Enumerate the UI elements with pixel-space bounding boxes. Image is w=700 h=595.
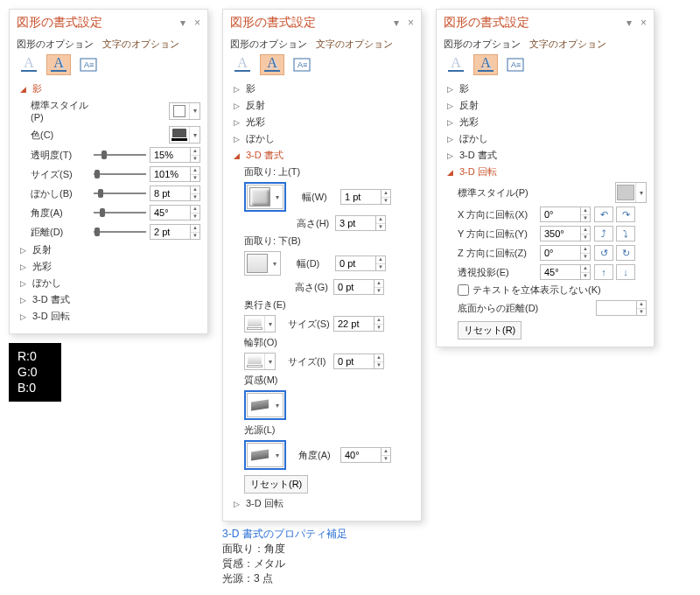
panel-menu-icon[interactable]: ▾ bbox=[394, 17, 399, 29]
blur-label: ぼかし(B) bbox=[31, 187, 90, 200]
bevel-bottom-preset[interactable]: ▾ bbox=[244, 251, 281, 276]
text-fill-outline-icon[interactable]: A bbox=[17, 54, 41, 75]
bevel-bottom-label: 面取り: 下(B) bbox=[244, 234, 414, 248]
ground-label: 底面からの距離(D) bbox=[458, 302, 554, 315]
section-reflection[interactable]: ▷反射 bbox=[234, 99, 414, 112]
bevel-top-preset[interactable]: ▾ bbox=[247, 185, 284, 209]
depth-size-label: サイズ(S) bbox=[288, 318, 330, 331]
text-fill-outline-icon[interactable]: A bbox=[444, 54, 468, 75]
section-reflection[interactable]: ▷反射 bbox=[20, 243, 200, 256]
panel-menu-icon[interactable]: ▾ bbox=[180, 17, 186, 29]
rotx-label: X 方向に回転(X) bbox=[458, 208, 536, 221]
caption-line1: 面取り：角度 bbox=[222, 542, 422, 556]
bevel-bottom-width-label: 幅(D) bbox=[297, 257, 332, 270]
bevel-top-height-spinner[interactable]: ▲▼ bbox=[335, 215, 386, 231]
preset-label: 標準スタイル(P) bbox=[31, 99, 90, 122]
flat-text-checkbox[interactable] bbox=[458, 284, 469, 296]
reset-button[interactable]: リセット(R) bbox=[244, 475, 308, 494]
color-label: 色(C) bbox=[31, 129, 90, 142]
section-shadow[interactable]: ◢影 bbox=[20, 82, 200, 95]
panel-title: 図形の書式設定 bbox=[17, 15, 102, 31]
section-glow[interactable]: ▷光彩 bbox=[234, 116, 414, 129]
roty-down-icon[interactable]: ⤵ bbox=[616, 226, 635, 242]
text-effects-icon[interactable]: A bbox=[473, 54, 498, 75]
perspective-up-icon[interactable]: ↑ bbox=[594, 264, 613, 280]
text-fill-outline-icon[interactable]: A bbox=[230, 54, 255, 75]
lighting-angle-label: 角度(A) bbox=[298, 449, 337, 462]
rotation-preset-dropdown[interactable]: ▾ bbox=[615, 182, 647, 203]
distance-slider[interactable] bbox=[94, 226, 146, 238]
size-slider[interactable] bbox=[94, 168, 146, 180]
reset-button[interactable]: リセット(R) bbox=[458, 321, 522, 340]
section-reflection[interactable]: ▷反射 bbox=[447, 99, 647, 112]
close-icon[interactable]: × bbox=[408, 17, 414, 29]
section-shadow[interactable]: ▷影 bbox=[447, 82, 647, 95]
tab-shape-options[interactable]: 図形のオプション bbox=[230, 38, 307, 51]
rotx-spinner[interactable]: ▲▼ bbox=[540, 206, 591, 222]
rotx-left-icon[interactable]: ↶ bbox=[594, 206, 613, 222]
distance-spinner[interactable]: ▲▼ bbox=[150, 224, 200, 240]
ground-spinner[interactable]: ▲▼ bbox=[596, 300, 647, 316]
rotz-spinner[interactable]: ▲▼ bbox=[540, 245, 591, 261]
transparency-spinner[interactable]: ▲▼ bbox=[150, 147, 200, 163]
section-3d-rotation[interactable]: ▷3-D 回転 bbox=[234, 497, 414, 510]
shadow-preset-dropdown[interactable]: ▾ bbox=[169, 102, 200, 120]
lighting-preset[interactable]: ▾ bbox=[247, 443, 284, 467]
angle-slider[interactable] bbox=[94, 206, 146, 219]
section-glow[interactable]: ▷光彩 bbox=[447, 116, 647, 129]
material-label: 質感(M) bbox=[244, 374, 414, 387]
section-3d-format[interactable]: ▷3-D 書式 bbox=[20, 293, 200, 306]
close-icon[interactable]: × bbox=[194, 17, 200, 29]
caption-line2: 質感：メタル bbox=[222, 556, 422, 571]
depth-color-dropdown[interactable]: ▾ bbox=[244, 315, 276, 332]
textbox-icon[interactable]: A≡ bbox=[76, 54, 101, 75]
bevel-bottom-height-spinner[interactable]: ▲▼ bbox=[333, 279, 384, 295]
textbox-icon[interactable]: A≡ bbox=[290, 54, 314, 75]
size-spinner[interactable]: ▲▼ bbox=[150, 166, 200, 182]
blur-spinner[interactable]: ▲▼ bbox=[150, 186, 200, 201]
angle-spinner[interactable]: ▲▼ bbox=[150, 205, 200, 220]
section-glow[interactable]: ▷光彩 bbox=[20, 260, 200, 273]
section-3d-format[interactable]: ▷3-D 書式 bbox=[447, 149, 647, 162]
transparency-slider[interactable] bbox=[94, 149, 146, 161]
tab-shape-options[interactable]: 図形のオプション bbox=[17, 38, 94, 51]
section-soft[interactable]: ▷ぼかし bbox=[234, 132, 414, 145]
close-icon[interactable]: × bbox=[640, 17, 647, 29]
lighting-angle-spinner[interactable]: ▲▼ bbox=[340, 447, 391, 463]
rotz-cw-icon[interactable]: ↻ bbox=[616, 245, 635, 261]
section-soft[interactable]: ▷ぼかし bbox=[447, 132, 647, 145]
textbox-icon[interactable]: A≡ bbox=[503, 54, 528, 75]
tab-text-options[interactable]: 文字のオプション bbox=[529, 38, 606, 51]
caption-title: 3-D 書式のプロパティ補足 bbox=[222, 527, 422, 542]
depth-size-spinner[interactable]: ▲▼ bbox=[333, 316, 384, 332]
rgb-readout: R:0 G:0 B:0 bbox=[9, 343, 61, 402]
panel-menu-icon[interactable]: ▾ bbox=[626, 17, 632, 29]
bevel-bottom-width-spinner[interactable]: ▲▼ bbox=[335, 256, 386, 271]
perspective-spinner[interactable]: ▲▼ bbox=[540, 264, 591, 280]
section-3d-format[interactable]: ◢3-D 書式 bbox=[234, 149, 414, 162]
roty-spinner[interactable]: ▲▼ bbox=[540, 226, 591, 242]
contour-color-dropdown[interactable]: ▾ bbox=[244, 353, 276, 370]
text-effects-icon[interactable]: A bbox=[46, 54, 71, 75]
blur-slider[interactable] bbox=[94, 187, 146, 200]
shadow-color-dropdown[interactable]: ▾ bbox=[169, 126, 200, 144]
caption-block: 3-D 書式のプロパティ補足 面取り：角度 質感：メタル 光源：3 点 bbox=[222, 527, 422, 586]
tab-text-options[interactable]: 文字のオプション bbox=[102, 38, 179, 51]
rotz-ccw-icon[interactable]: ↺ bbox=[594, 245, 613, 261]
bevel-top-width-label: 幅(W) bbox=[302, 191, 337, 204]
rotx-right-icon[interactable]: ↷ bbox=[616, 206, 635, 222]
section-shadow[interactable]: ▷影 bbox=[234, 82, 414, 95]
tab-text-options[interactable]: 文字のオプション bbox=[316, 38, 393, 51]
roty-up-icon[interactable]: ⤴ bbox=[594, 226, 613, 242]
perspective-down-icon[interactable]: ↓ bbox=[616, 264, 635, 280]
rgb-g: G:0 bbox=[18, 364, 52, 380]
text-effects-icon[interactable]: A bbox=[260, 54, 284, 75]
material-preset[interactable]: ▾ bbox=[247, 393, 284, 417]
contour-size-spinner[interactable]: ▲▼ bbox=[333, 354, 384, 369]
tab-shape-options[interactable]: 図形のオプション bbox=[444, 38, 521, 51]
bevel-top-width-spinner[interactable]: ▲▼ bbox=[340, 189, 391, 205]
section-soft[interactable]: ▷ぼかし bbox=[20, 276, 200, 290]
section-3d-rotation[interactable]: ▷3-D 回転 bbox=[20, 310, 200, 323]
svg-text:A≡: A≡ bbox=[511, 60, 521, 69]
section-3d-rotation[interactable]: ◢3-D 回転 bbox=[447, 165, 647, 178]
